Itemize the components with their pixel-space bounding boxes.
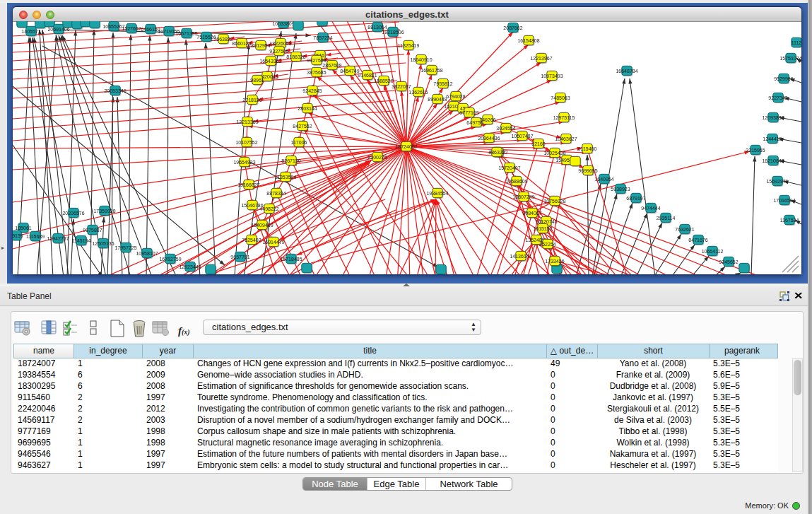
svg-text:185061: 185061: [15, 226, 31, 230]
svg-text:1244415: 1244415: [763, 136, 782, 141]
svg-text:16961758: 16961758: [420, 68, 442, 73]
svg-text:12213389: 12213389: [236, 119, 258, 124]
svg-text:16782759: 16782759: [159, 257, 181, 262]
svg-text:8878334: 8878334: [266, 191, 286, 196]
svg-text:2300275: 2300275: [367, 155, 387, 160]
svg-text:12505135: 12505135: [92, 241, 114, 246]
svg-text:1527602: 1527602: [122, 26, 141, 31]
svg-text:1112: 1112: [792, 40, 801, 45]
svg-text:1615152: 1615152: [533, 226, 552, 231]
svg-text:19166827: 19166827: [237, 182, 259, 187]
svg-text:7955812: 7955812: [433, 81, 452, 86]
svg-text:17359928: 17359928: [93, 209, 115, 214]
svg-text:16120746: 16120746: [535, 219, 557, 224]
svg-text:8912954: 8912954: [251, 43, 270, 48]
svg-text:98961: 98961: [250, 78, 264, 83]
svg-text:12093832: 12093832: [762, 115, 784, 120]
svg-text:4498222: 4498222: [259, 206, 278, 211]
svg-text:18724007: 18724007: [395, 144, 417, 149]
svg-text:11325419: 11325419: [398, 43, 420, 48]
svg-text:20364436: 20364436: [478, 136, 500, 141]
svg-text:3215955: 3215955: [746, 148, 765, 153]
svg-text:18226058: 18226058: [269, 41, 291, 46]
svg-text:10107552: 10107552: [235, 140, 257, 145]
svg-text:15720407: 15720407: [498, 165, 520, 170]
svg-text:10025438: 10025438: [543, 151, 565, 156]
svg-text:8267130: 8267130: [281, 158, 300, 163]
svg-text:8186328: 8186328: [286, 54, 305, 59]
svg-text:9657791: 9657791: [230, 255, 249, 259]
svg-text:12975115: 12975115: [553, 115, 575, 120]
svg-text:117006: 117006: [291, 140, 307, 145]
svg-text:15718485: 15718485: [280, 257, 302, 262]
svg-text:1145194: 1145194: [72, 238, 91, 243]
svg-text:7857224: 7857224: [313, 35, 332, 40]
svg-text:15692971: 15692971: [766, 179, 788, 184]
svg-text:10033809: 10033809: [272, 21, 294, 26]
svg-text:2935114: 2935114: [657, 216, 676, 221]
svg-text:3822037: 3822037: [392, 84, 411, 89]
svg-text:9115460: 9115460: [578, 146, 597, 151]
svg-text:10463627: 10463627: [555, 136, 577, 141]
svg-text:18640910: 18640910: [410, 57, 432, 62]
svg-text:18807249: 18807249: [512, 194, 534, 199]
svg-text:1115689: 1115689: [26, 234, 45, 239]
svg-text:8427552: 8427552: [293, 124, 312, 129]
svg-text:6794028: 6794028: [446, 94, 465, 99]
svg-text:8454749: 8454749: [340, 69, 359, 74]
svg-text:62160: 62160: [531, 141, 546, 146]
svg-text:9245652: 9245652: [719, 259, 738, 264]
svg-text:10973493: 10973493: [541, 74, 563, 78]
svg-text:10958107: 10958107: [136, 251, 158, 256]
svg-text:16648784: 16648784: [616, 69, 637, 74]
svg-text:9242845: 9242845: [302, 88, 322, 93]
svg-text:8990448: 8990448: [428, 97, 447, 102]
svg-text:3024554: 3024554: [496, 126, 515, 131]
svg-text:9529966: 9529966: [774, 76, 793, 81]
svg-text:16914479: 16914479: [262, 240, 284, 245]
svg-text:20053346: 20053346: [104, 88, 126, 93]
svg-text:9975887: 9975887: [83, 228, 102, 233]
svg-text:11353594: 11353594: [275, 175, 297, 180]
svg-text:5938923: 5938923: [611, 187, 630, 192]
svg-text:19218506: 19218506: [382, 30, 404, 35]
svg-text:12923448: 12923448: [179, 264, 201, 269]
svg-text:2803144: 2803144: [298, 106, 317, 111]
svg-text:39159: 39159: [13, 233, 23, 238]
svg-text:8813054: 8813054: [367, 25, 387, 30]
svg-text:3875685: 3875685: [307, 70, 326, 75]
svg-text:20206576: 20206576: [62, 211, 84, 216]
svg-text:12213967: 12213967: [530, 56, 552, 61]
svg-text:486322: 486322: [488, 150, 505, 155]
svg-text:16154808: 16154808: [517, 38, 539, 43]
svg-text:9777169: 9777169: [459, 110, 478, 115]
svg-text:8471676: 8471676: [688, 238, 707, 243]
svg-text:7625402: 7625402: [242, 238, 261, 243]
svg-text:8660124: 8660124: [232, 41, 251, 46]
svg-text:15409489: 15409489: [251, 223, 273, 228]
svg-text:10756928: 10756928: [543, 199, 565, 204]
svg-text:15751074: 15751074: [779, 56, 801, 61]
svg-text:7632621: 7632621: [675, 227, 694, 232]
svg-text:6879197: 6879197: [626, 196, 645, 201]
svg-text:1405571: 1405571: [21, 29, 40, 34]
svg-text:1167534: 1167534: [780, 218, 799, 223]
svg-text:9227343: 9227343: [768, 95, 787, 100]
svg-text:16671355: 16671355: [175, 31, 197, 36]
svg-text:17016504: 17016504: [773, 198, 795, 203]
svg-text:252254: 252254: [539, 242, 555, 247]
svg-text:7485063: 7485063: [551, 95, 570, 100]
svg-text:2087662: 2087662: [503, 25, 522, 30]
svg-text:9474444: 9474444: [641, 206, 660, 211]
svg-text:19654923: 19654923: [233, 160, 255, 165]
svg-text:16543362: 16543362: [259, 59, 281, 64]
svg-text:1588520: 1588520: [374, 78, 393, 83]
svg-text:1362615: 1362615: [408, 90, 428, 95]
svg-text:9699695: 9699695: [578, 168, 597, 173]
svg-text:9327508: 9327508: [307, 58, 326, 63]
svg-text:1733426: 1733426: [545, 259, 564, 264]
svg-text:19384554: 19384554: [426, 191, 448, 196]
svg-text:9146821: 9146821: [358, 73, 377, 78]
svg-text:10507487: 10507487: [511, 134, 533, 139]
svg-text:2867608: 2867608: [322, 63, 341, 68]
